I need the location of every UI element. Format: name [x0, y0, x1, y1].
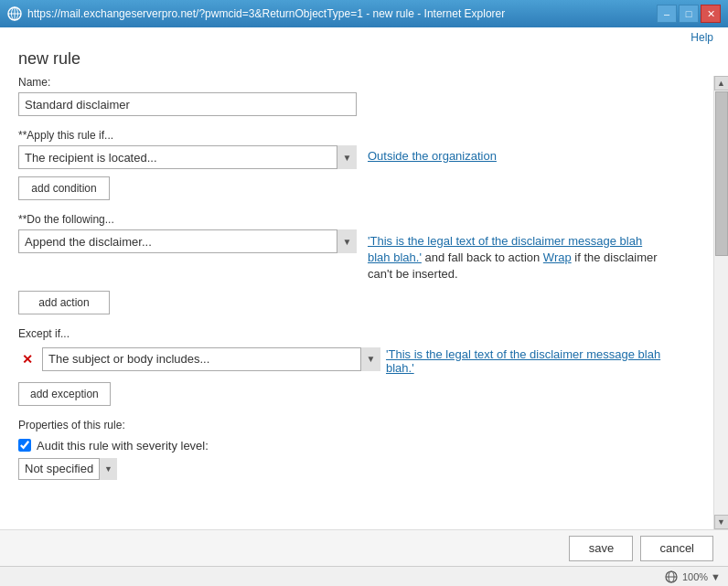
content-area: Name: *Apply this rule if... The recipie…: [0, 76, 728, 529]
close-button[interactable]: ✕: [701, 5, 721, 23]
severity-select[interactable]: Not specified Low Medium High: [18, 458, 117, 480]
help-link[interactable]: Help: [691, 31, 713, 44]
remove-exception-button[interactable]: ✕: [18, 350, 37, 368]
title-bar: https://mail.exchangeserverpro.net/?pwmc…: [0, 0, 728, 27]
except-group: Except if... ✕ The subject or body inclu…: [18, 327, 695, 406]
scroll-up-button[interactable]: ▲: [714, 76, 729, 91]
scroll-down-button[interactable]: ▼: [714, 515, 729, 529]
do-following-group: *Do the following... Append the disclaim…: [18, 213, 695, 314]
do-rule-row: Append the disclaimer... Prepend the dis…: [18, 229, 695, 283]
except-condition-value[interactable]: 'This is the legal text of the disclaime…: [386, 344, 679, 375]
do-action-wrap-link[interactable]: Wrap: [543, 250, 572, 264]
cancel-button[interactable]: cancel: [640, 536, 713, 561]
audit-label[interactable]: Audit this rule with severity level:: [37, 439, 209, 453]
severity-dropdown-wrapper: Not specified Low Medium High ▼: [18, 458, 117, 480]
name-label: Name:: [18, 76, 695, 89]
add-exception-button[interactable]: add exception: [18, 382, 111, 406]
save-button[interactable]: save: [569, 536, 633, 561]
main-window: Help new rule Name: *Apply this rule if.…: [0, 27, 728, 586]
name-field-group: Name:: [18, 76, 695, 116]
apply-select-wrapper: The recipient is located... The sender i…: [18, 145, 357, 169]
except-label: Except if...: [18, 327, 695, 340]
do-action-value: 'This is the legal text of the disclaime…: [368, 229, 660, 283]
apply-rule-group: *Apply this rule if... The recipient is …: [18, 129, 695, 200]
add-action-button[interactable]: add action: [18, 291, 110, 314]
name-input[interactable]: [18, 92, 357, 116]
help-bar: Help: [0, 27, 728, 44]
status-bar: 100% ▼: [0, 566, 728, 586]
do-select[interactable]: Append the disclaimer... Prepend the dis…: [18, 229, 357, 253]
apply-select[interactable]: The recipient is located... The sender i…: [18, 145, 357, 169]
window-title: https://mail.exchangeserverpro.net/?pwmc…: [27, 7, 657, 20]
apply-rule-row: The recipient is located... The sender i…: [18, 145, 695, 169]
maximize-button[interactable]: □: [679, 5, 699, 23]
do-label: *Do the following...: [18, 213, 695, 226]
audit-checkbox[interactable]: [18, 439, 31, 452]
bottom-bar: save cancel: [0, 529, 728, 566]
scrollbar-track[interactable]: ▲ ▼: [713, 76, 728, 529]
zoom-dropdown[interactable]: ▼: [711, 571, 721, 582]
properties-section: Properties of this rule: Audit this rule…: [18, 419, 695, 480]
page-title: new rule: [0, 44, 728, 76]
zoom-arrow-icon[interactable]: ▼: [711, 571, 721, 582]
add-condition-button[interactable]: add condition: [18, 176, 110, 200]
except-select-wrapper: The subject or body includes... The send…: [42, 347, 380, 371]
zoom-area: 100% ▼: [682, 571, 721, 582]
form-section: Name: *Apply this rule if... The recipie…: [0, 76, 713, 529]
window-controls[interactable]: – □ ✕: [657, 5, 721, 23]
audit-checkbox-row: Audit this rule with severity level:: [18, 439, 695, 453]
globe-icon: [664, 570, 679, 584]
except-row: ✕ The subject or body includes... The se…: [18, 344, 695, 375]
minimize-button[interactable]: –: [657, 5, 677, 23]
apply-label: *Apply this rule if...: [18, 129, 695, 142]
zoom-label: 100%: [682, 571, 708, 582]
browser-icon: [7, 6, 22, 21]
do-action-middle-text: and fall back to action: [422, 250, 543, 264]
do-select-wrapper: Append the disclaimer... Prepend the dis…: [18, 229, 357, 253]
except-select[interactable]: The subject or body includes... The send…: [42, 347, 380, 371]
apply-condition-value[interactable]: Outside the organization: [368, 145, 497, 163]
scroll-thumb[interactable]: [715, 91, 728, 256]
properties-title: Properties of this rule:: [18, 419, 695, 432]
